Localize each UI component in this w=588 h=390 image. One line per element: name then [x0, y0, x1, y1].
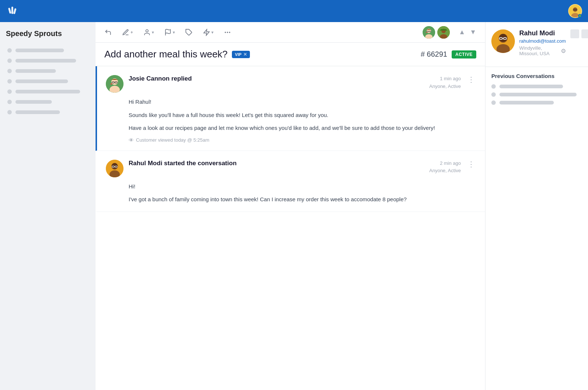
- sidebar-item: [6, 56, 90, 66]
- svg-point-10: [146, 29, 148, 32]
- sidebar-line: [15, 100, 52, 104]
- svg-rect-1: [11, 7, 13, 14]
- josie-time: 1 min ago Anyone, Active: [429, 75, 461, 91]
- eye-icon: 👁: [129, 137, 134, 143]
- rahul-avatar: [106, 160, 123, 177]
- rahul-message-body: Hi! I've got a bunch of family coming in…: [129, 182, 476, 204]
- prev-conv-line: [499, 85, 563, 88]
- svg-marker-13: [204, 29, 209, 35]
- app-logo: [6, 4, 19, 18]
- contact-settings-icon[interactable]: ⚙: [561, 47, 566, 54]
- sidebar: Speedy Sprouts: [0, 22, 96, 390]
- rahul-sender: Rahul Modi started the conversation: [129, 160, 424, 167]
- svg-point-14: [225, 32, 226, 33]
- contact-action-2[interactable]: [581, 29, 588, 38]
- sidebar-items: [6, 45, 90, 117]
- prev-conversation-button[interactable]: ▲: [457, 28, 467, 37]
- viewed-status: 👁 Customer viewed today @ 5:25am: [129, 137, 476, 143]
- online-status-dot: [578, 14, 582, 18]
- prev-conv-dot: [491, 100, 496, 105]
- sidebar-dot: [7, 100, 12, 104]
- prev-conv-line: [499, 93, 577, 96]
- rahul-header: Rahul Modi started the conversation 2 mi…: [106, 160, 476, 177]
- previous-conversations-title: Previous Conversations: [491, 73, 582, 79]
- josie-sender: Josie Cannon replied: [129, 75, 424, 82]
- svg-point-23: [426, 32, 427, 33]
- svg-point-35: [111, 83, 112, 85]
- toolbar: + ▾ ▾ ▾: [96, 22, 485, 43]
- assign-button[interactable]: ▾: [142, 27, 155, 38]
- sidebar-item: [6, 107, 90, 117]
- sidebar-item: [6, 76, 90, 86]
- contact-email[interactable]: rahulmodi@toast.com: [519, 38, 566, 44]
- sidebar-item: [6, 97, 90, 107]
- sidebar-dot: [7, 48, 12, 53]
- message-block-rahul: Rahul Modi started the conversation 2 mi…: [96, 151, 485, 212]
- prev-conv-item[interactable]: [491, 92, 582, 97]
- vip-remove-button[interactable]: ✕: [243, 52, 247, 57]
- svg-point-16: [229, 32, 230, 33]
- conversation-nav: ▲ ▼: [457, 28, 478, 37]
- sidebar-title: Speedy Sprouts: [6, 29, 90, 38]
- contact-info: Rahul Modi rahulmodi@toast.com Windyvill…: [519, 29, 566, 56]
- svg-rect-28: [440, 30, 447, 31]
- sidebar-dot: [7, 58, 12, 63]
- sidebar-line: [15, 69, 56, 73]
- josie-message-body: Hi Rahul! Sounds like you'll have a full…: [129, 97, 476, 133]
- conversation-id: # 66291: [421, 50, 447, 58]
- label-button[interactable]: [184, 27, 194, 38]
- sidebar-line: [15, 90, 80, 93]
- contact-card-header: Rahul Modi rahulmodi@toast.com Windyvill…: [491, 29, 582, 56]
- user-avatar-container[interactable]: [568, 4, 582, 18]
- prev-conv-item[interactable]: [491, 100, 582, 105]
- sidebar-item: [6, 86, 90, 97]
- message-block-josie: Josie Cannon replied 1 min ago Anyone, A…: [96, 66, 485, 151]
- conversation-title: Add another meal this week?: [104, 49, 227, 60]
- svg-rect-2: [13, 8, 17, 14]
- prev-conv-line: [499, 101, 554, 104]
- edit-button[interactable]: +: [121, 27, 135, 38]
- next-conversation-button[interactable]: ▼: [468, 28, 478, 37]
- josie-meta: Josie Cannon replied: [129, 75, 424, 82]
- assignee-avatar-other[interactable]: [437, 26, 450, 39]
- contact-action-buttons: [570, 29, 588, 38]
- svg-point-15: [227, 32, 228, 33]
- svg-rect-0: [8, 8, 11, 14]
- action-button[interactable]: ▾: [201, 27, 215, 38]
- status-badge: ACTIVE: [452, 50, 476, 58]
- assignee-avatar-josie[interactable]: [423, 26, 435, 39]
- sidebar-line: [15, 59, 76, 63]
- assignee-avatars: [423, 26, 450, 39]
- right-panel: Rahul Modi rahulmodi@toast.com Windyvill…: [485, 22, 588, 390]
- sidebar-dot: [7, 110, 12, 114]
- prev-conv-dot: [491, 84, 496, 89]
- sidebar-line: [15, 79, 68, 83]
- contact-card: Rahul Modi rahulmodi@toast.com Windyvill…: [485, 22, 588, 67]
- contact-action-1[interactable]: [570, 29, 579, 38]
- main-layout: Speedy Sprouts +: [0, 22, 588, 390]
- prev-conv-item[interactable]: [491, 84, 582, 89]
- previous-conversations: Previous Conversations: [485, 67, 588, 114]
- rahul-meta: Rahul Modi started the conversation: [129, 160, 424, 167]
- flag-button[interactable]: ▾: [163, 27, 176, 38]
- rahul-time: 2 min ago Anyone, Active: [429, 160, 461, 175]
- josie-avatar: [106, 75, 123, 93]
- top-nav: [0, 0, 588, 22]
- reply-button[interactable]: [103, 27, 113, 38]
- vip-badge: VIP ✕: [232, 51, 250, 58]
- message-header: Josie Cannon replied 1 min ago Anyone, A…: [106, 75, 476, 93]
- contact-avatar-large: [491, 29, 515, 53]
- prev-conv-dot: [491, 92, 496, 97]
- conversation-header: Add another meal this week? VIP ✕ # 6629…: [96, 43, 485, 66]
- sidebar-dot: [7, 89, 12, 94]
- contact-name: Rahul Modi: [519, 29, 566, 37]
- rahul-more-button[interactable]: ⋮: [466, 160, 476, 169]
- contact-location: Windyville, Missouri, USA ⚙: [519, 45, 566, 56]
- sidebar-dot: [7, 69, 12, 73]
- sidebar-line: [15, 49, 64, 52]
- sidebar-item: [6, 66, 90, 76]
- sidebar-line: [15, 110, 60, 114]
- more-button[interactable]: [222, 27, 233, 38]
- josie-more-button[interactable]: ⋮: [466, 75, 476, 84]
- sidebar-dot: [7, 79, 12, 84]
